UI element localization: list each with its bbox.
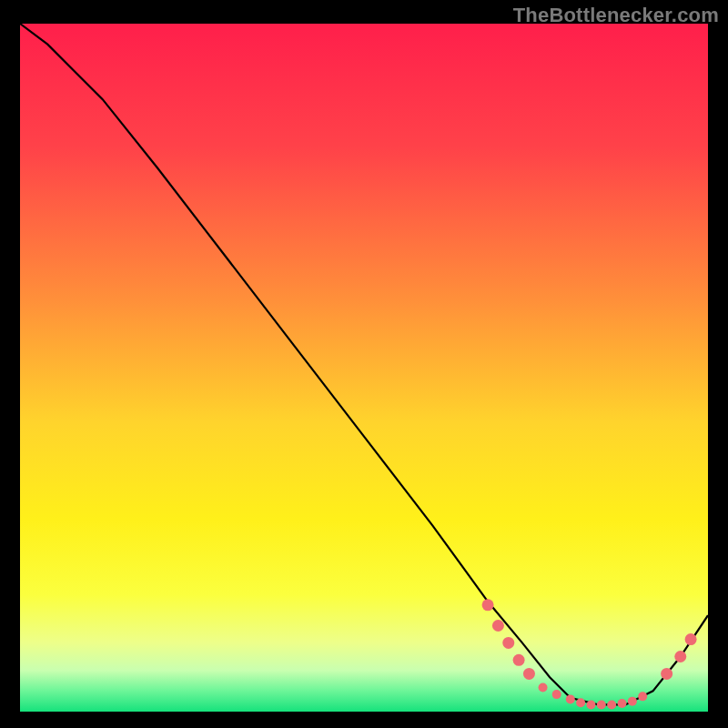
chart-frame: TheBottlenecker.com [0, 0, 728, 728]
data-point [513, 654, 525, 666]
data-point [552, 690, 561, 699]
data-point [566, 694, 575, 703]
data-point [492, 620, 504, 632]
data-point [618, 699, 627, 708]
data-point [628, 697, 637, 706]
data-point [482, 599, 494, 611]
plot-area [20, 24, 708, 712]
data-point [638, 692, 647, 701]
chart-svg [20, 24, 708, 712]
data-point [502, 637, 514, 649]
watermark-text: TheBottlenecker.com [513, 4, 719, 27]
data-point [576, 698, 585, 707]
data-point [586, 700, 595, 709]
data-point [661, 668, 672, 680]
data-point [607, 700, 616, 709]
gradient-background [20, 24, 708, 712]
data-point [674, 651, 686, 662]
data-point [685, 633, 697, 645]
data-point [597, 700, 606, 709]
data-point [539, 683, 548, 693]
data-point [523, 668, 535, 680]
